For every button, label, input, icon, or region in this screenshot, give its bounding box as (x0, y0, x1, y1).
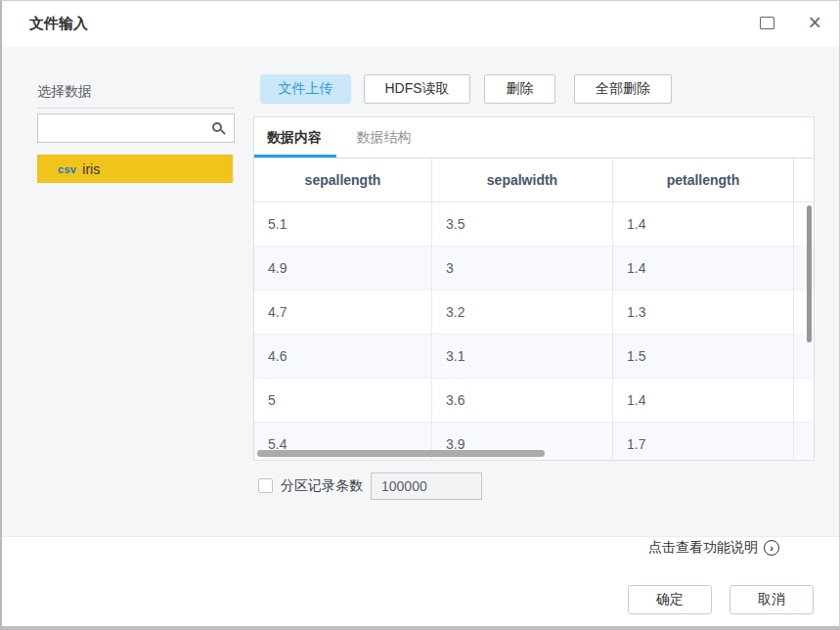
partition-count-input[interactable] (371, 472, 482, 500)
tab-data-content[interactable]: 数据内容 (267, 117, 322, 157)
column-header-partial (794, 158, 814, 202)
chevron-right-circle-icon: › (764, 540, 779, 556)
table-cell: 3.2 (432, 291, 613, 334)
tab-bar: 数据内容 数据结构 (254, 117, 814, 158)
search-box (37, 113, 235, 143)
partition-label: 分区记录条数 (281, 477, 363, 495)
table-row: 4.7 3.2 1.3 (254, 291, 814, 335)
table-row: 5 3.6 1.4 (254, 379, 814, 423)
data-preview-panel: 数据内容 数据结构 sepallength sepalwidth petalle… (253, 116, 815, 461)
file-input-dialog: 文件输入 × 选择数据 csv iris 文件上传 HDFS读取 删除 全部删除… (0, 0, 840, 630)
table-cell: 3.6 (432, 379, 613, 422)
table-cell: 1.5 (613, 335, 794, 378)
help-link[interactable]: 点击查看功能说明 › (648, 539, 779, 557)
column-header-sepalwidth: sepalwidth (432, 158, 613, 202)
dialog-title: 文件输入 (29, 1, 88, 46)
data-table: sepallength sepalwidth petallength 5.1 3… (254, 158, 814, 460)
table-cell: 3.5 (432, 202, 613, 246)
table-row: 4.9 3 1.4 (254, 247, 814, 291)
table-header-row: sepallength sepalwidth petallength (254, 158, 814, 202)
csv-type-badge: csv (58, 163, 76, 175)
search-icon[interactable] (212, 122, 222, 132)
table-row: 5.1 3.5 1.4 (254, 202, 814, 247)
vertical-scrollbar[interactable] (807, 205, 812, 342)
cancel-button[interactable]: 取消 (729, 585, 814, 614)
tab-data-structure[interactable]: 数据结构 (356, 117, 411, 157)
table-row: 4.6 3.1 1.5 (254, 335, 814, 379)
search-input[interactable] (38, 114, 234, 142)
maximize-button[interactable] (760, 17, 776, 31)
delete-button[interactable]: 删除 (484, 74, 555, 104)
table-cell: 3 (432, 247, 613, 290)
table-cell: 4.7 (254, 291, 432, 334)
table-cell: 1.4 (613, 247, 794, 290)
column-header-petallength: petallength (613, 158, 794, 202)
table-cell: 1.4 (613, 202, 794, 246)
file-upload-button[interactable]: 文件上传 (260, 74, 351, 104)
partition-row: 分区记录条数 (258, 472, 482, 500)
ok-button[interactable]: 确定 (628, 585, 712, 614)
table-cell-empty (794, 379, 814, 422)
hdfs-read-button[interactable]: HDFS读取 (364, 74, 470, 104)
select-data-label: 选择数据 (37, 83, 235, 109)
column-header-sepallength: sepallength (254, 158, 432, 202)
close-icon: × (809, 10, 821, 35)
close-button[interactable]: × (809, 7, 821, 38)
table-cell: 5 (254, 379, 432, 422)
help-link-label: 点击查看功能说明 (648, 539, 758, 557)
delete-all-button[interactable]: 全部删除 (574, 74, 672, 104)
maximize-icon (760, 17, 774, 29)
table-cell: 1.3 (613, 291, 794, 334)
table-cell: 1.4 (613, 379, 794, 422)
table-cell: 4.6 (254, 335, 432, 378)
table-cell: 5.1 (254, 202, 432, 246)
title-bar: 文件输入 × (2, 1, 839, 47)
dataset-item-iris[interactable]: csv iris (37, 155, 233, 183)
horizontal-scrollbar[interactable] (257, 450, 545, 457)
table-cell: 4.9 (254, 247, 432, 290)
dataset-name: iris (82, 161, 100, 177)
table-cell-empty (794, 423, 814, 460)
partition-checkbox[interactable] (258, 478, 273, 493)
table-cell: 3.1 (432, 335, 613, 378)
table-cell: 1.7 (613, 423, 794, 460)
